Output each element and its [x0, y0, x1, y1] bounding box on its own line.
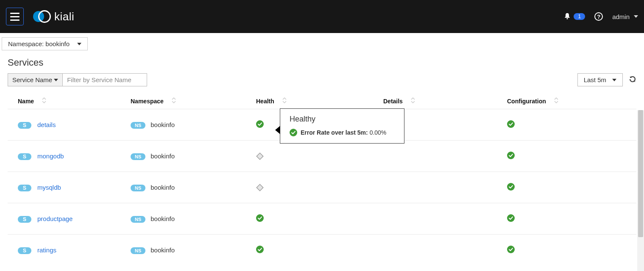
cell-details: [383, 203, 507, 235]
tooltip-metric-value: 0.00%: [370, 129, 387, 136]
page-title: Services: [8, 57, 644, 68]
cell-namespace: NSbookinfo: [131, 141, 256, 172]
namespace-badge: NS: [131, 185, 145, 191]
sort-icon: [281, 97, 288, 104]
namespace-text: bookinfo: [151, 152, 175, 160]
cell-namespace: NSbookinfo: [131, 203, 256, 235]
service-badge: S: [18, 122, 31, 129]
namespace-text: bookinfo: [151, 215, 175, 222]
chevron-down-icon: [612, 79, 616, 81]
health-na-icon[interactable]: [256, 152, 381, 160]
service-badge: S: [18, 185, 31, 191]
service-link[interactable]: details: [37, 121, 56, 128]
column-header-name[interactable]: Name: [8, 92, 131, 109]
list-toolbar: Service Name Last 5m: [0, 73, 644, 92]
brand-logo[interactable]: kiali: [33, 10, 74, 23]
chevron-down-icon: [634, 15, 638, 18]
time-range-dropdown[interactable]: Last 5m: [577, 73, 623, 86]
service-link[interactable]: ratings: [37, 246, 56, 254]
svg-rect-4: [256, 153, 263, 160]
scrollbar-thumb[interactable]: [638, 110, 643, 237]
hamburger-icon: [10, 13, 20, 21]
tooltip-title: Healthy: [290, 115, 395, 124]
user-name: admin: [612, 13, 630, 20]
notifications-button[interactable]: 1: [563, 12, 585, 21]
brand-name: kiali: [54, 10, 74, 23]
table-row: SproductpageNSbookinfo: [8, 203, 636, 235]
chevron-down-icon: [77, 43, 81, 45]
filter-input[interactable]: [62, 73, 147, 86]
cell-details: [383, 141, 507, 172]
cell-health: [256, 203, 383, 235]
cell-details: [383, 172, 507, 203]
help-button[interactable]: ?: [594, 12, 603, 21]
table-row: SratingsNSbookinfo: [8, 235, 636, 266]
column-header-namespace[interactable]: Namespace: [131, 92, 256, 109]
table-row: SmysqldbNSbookinfo: [8, 172, 636, 203]
cell-health: [256, 235, 383, 266]
column-header-details[interactable]: Details: [383, 92, 507, 109]
namespace-badge: NS: [131, 247, 145, 254]
service-badge: S: [18, 247, 31, 254]
health-ok-icon[interactable]: [256, 214, 264, 222]
cell-health: [256, 141, 383, 172]
menu-toggle-button[interactable]: [6, 8, 24, 25]
namespace-selector-label: Namespace: bookinfo: [8, 40, 70, 47]
health-ok-icon[interactable]: [256, 120, 264, 128]
cell-name: Sdetails: [8, 109, 131, 141]
service-link[interactable]: productpage: [37, 215, 72, 222]
notification-count-badge: 1: [574, 13, 585, 20]
sort-icon: [410, 97, 416, 104]
health-ok-icon[interactable]: [256, 246, 264, 253]
kiali-logo-icon: [33, 11, 50, 22]
service-badge: S: [18, 153, 31, 160]
health-tooltip: Healthy Error Rate over last 5m: 0.00%: [280, 108, 404, 144]
namespace-text: bookinfo: [151, 184, 175, 191]
cell-configuration: [507, 203, 636, 235]
service-badge: S: [18, 216, 31, 223]
namespace-badge: NS: [131, 153, 145, 160]
cell-namespace: NSbookinfo: [131, 235, 256, 266]
svg-rect-5: [256, 184, 263, 191]
filter-field-dropdown[interactable]: Service Name: [8, 73, 62, 86]
service-link[interactable]: mongodb: [37, 152, 64, 160]
namespace-selector[interactable]: Namespace: bookinfo: [2, 37, 88, 50]
config-ok-icon: [507, 120, 515, 128]
refresh-icon: [629, 75, 636, 83]
cell-details: [383, 235, 507, 266]
sort-icon: [41, 97, 47, 104]
namespace-badge: NS: [131, 122, 145, 129]
cell-configuration: [507, 141, 636, 172]
app-header: kiali 1 ? admin: [0, 0, 644, 33]
refresh-button[interactable]: [629, 75, 636, 84]
user-menu-button[interactable]: admin: [612, 13, 638, 20]
config-ok-icon: [507, 246, 515, 253]
column-header-health[interactable]: Health: [256, 92, 383, 109]
time-range-label: Last 5m: [584, 76, 606, 83]
cell-namespace: NSbookinfo: [131, 172, 256, 203]
config-ok-icon: [507, 214, 515, 222]
cell-configuration: [507, 172, 636, 203]
bell-icon: [563, 12, 571, 21]
health-na-icon[interactable]: [256, 184, 381, 191]
config-ok-icon: [507, 183, 515, 191]
cell-health: [256, 172, 383, 203]
tooltip-metric-label: Error Rate over last 5m:: [301, 129, 368, 136]
config-ok-icon: [507, 152, 515, 159]
cell-name: Smysqldb: [8, 172, 131, 203]
sort-icon: [170, 97, 177, 104]
table-row: SmongodbNSbookinfo: [8, 141, 636, 172]
cell-namespace: NSbookinfo: [131, 109, 256, 141]
filter-field-label: Service Name: [12, 76, 52, 83]
cell-configuration: [507, 109, 636, 141]
cell-configuration: [507, 235, 636, 266]
sort-icon: [553, 97, 560, 104]
scrollbar[interactable]: [637, 110, 644, 265]
namespace-badge: NS: [131, 216, 145, 223]
column-header-configuration[interactable]: Configuration: [507, 92, 636, 109]
service-link[interactable]: mysqldb: [37, 184, 61, 191]
cell-name: Smongodb: [8, 141, 131, 172]
namespace-text: bookinfo: [151, 246, 175, 254]
cell-name: Sratings: [8, 235, 131, 266]
chevron-down-icon: [54, 79, 58, 81]
